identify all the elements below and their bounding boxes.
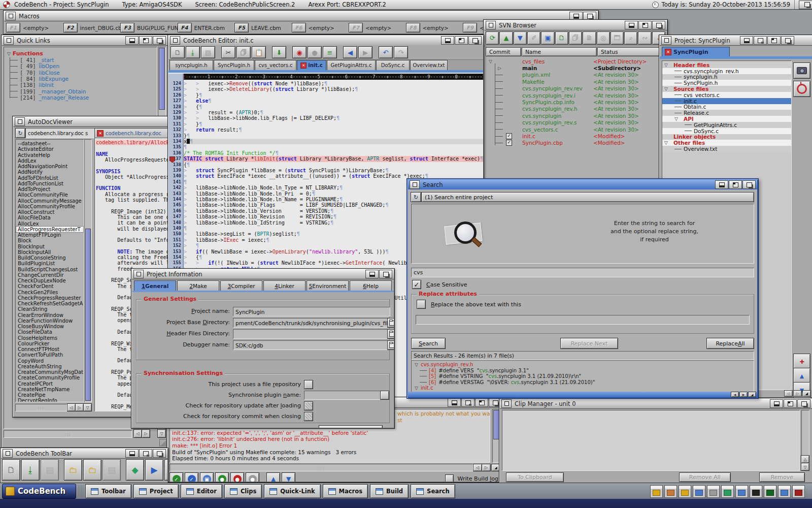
- close-gadget[interactable]: [6, 12, 16, 20]
- autodoc-list-item[interactable]: AllocLex: [16, 221, 83, 227]
- dock-screens-icon[interactable]: [778, 485, 791, 498]
- quicklinks-titlebar[interactable]: Quick Links: [2, 36, 167, 46]
- snapshot-gadget[interactable]: [461, 398, 475, 407]
- code-line[interactable]: ¶: [184, 144, 483, 150]
- horizontal-scrollbar[interactable]: :::: [4, 430, 132, 438]
- clip-vscrollbar[interactable]: [801, 410, 809, 456]
- search-button[interactable]: Search: [411, 338, 446, 349]
- scroll-icon[interactable]: ▽: [801, 463, 809, 471]
- autodoc-list-item[interactable]: AllocCommunityFile: [16, 192, 83, 198]
- autodoc-list-item[interactable]: CloseBusyWindow: [16, 324, 83, 329]
- scrollbar-thumb[interactable]: [85, 229, 91, 401]
- case-sensitive-checkbox[interactable]: ✓: [412, 280, 421, 289]
- tree-category[interactable]: ▽API: [662, 116, 791, 122]
- quicklink-item[interactable]: [ 49]libOpen: [10, 63, 59, 69]
- code-line[interactable]: {¶: [184, 162, 483, 168]
- svn-info-icon[interactable]: ◎: [597, 31, 610, 45]
- svn-row[interactable]: ▷main<Subdirectory>: [486, 65, 665, 71]
- expander-open-icon[interactable]: ▽: [489, 59, 492, 64]
- project-titlebar[interactable]: Project: SyncPlugin: [660, 36, 812, 46]
- autodoc-list-item[interactable]: CreatePipe: [16, 392, 83, 398]
- autodoc-list-item[interactable]: CheckDupLexNode: [16, 278, 83, 283]
- code-line[interactable]: > > libBase->libNode.lib_Flags |= LIBF_D…: [184, 115, 483, 121]
- macro-slot-F3[interactable]: F3BUG(PLUG_FUN: [120, 23, 178, 33]
- tab-5 Environment[interactable]: 5 Environment: [307, 280, 349, 291]
- code-line[interactable]: STATIC struct Library *libInit(struct Li…: [184, 156, 483, 162]
- svn-row[interactable]: cvs.syncplugin_rev.s<At revision 30>: [486, 119, 665, 126]
- editor-insert-text-icon[interactable]: ⬇: [272, 46, 286, 58]
- tree-category[interactable]: ▽Header files: [662, 62, 791, 68]
- code-line[interactable]: x¶: [184, 139, 483, 144]
- expander-open-icon[interactable]: ▽: [664, 86, 668, 91]
- depth-gadget[interactable]: [379, 270, 392, 278]
- autodoc-list-item[interactable]: ActivateEditor: [16, 146, 83, 152]
- zoom-gadget[interactable]: [638, 21, 652, 29]
- autodoc-scroll-icon[interactable]: ▷: [75, 403, 84, 411]
- svn-row[interactable]: cvs.syncplugin_rev.h<At revision 30>: [486, 106, 665, 112]
- autodoc-list-item[interactable]: DecryptRegInfo: [16, 398, 83, 402]
- editor-paste-icon[interactable]: 📋: [252, 46, 266, 58]
- code-line[interactable]: > else¶: [184, 98, 483, 104]
- code-line[interactable]: > return result;¶: [184, 127, 483, 133]
- dock-search-off-icon[interactable]: [707, 485, 720, 498]
- resize-gadget[interactable]: ◢: [748, 392, 756, 397]
- autodoc-list-item[interactable]: CloseFileData: [16, 329, 83, 335]
- close-tab-icon[interactable]: ✕: [665, 49, 671, 55]
- editor-stop-macro-icon[interactable]: ●: [308, 46, 322, 58]
- svn-patch-icon[interactable]: 🗎: [583, 31, 596, 45]
- svn-row[interactable]: cvs.syncplugin_rev.i<At revision 30>: [486, 92, 665, 99]
- tree-file[interactable]: GetPluginAttrs.c: [662, 122, 791, 128]
- clip-list[interactable]: [502, 410, 800, 471]
- write-log-checkbox[interactable]: [445, 474, 454, 482]
- field-header-directory[interactable]: [233, 329, 390, 339]
- clip-titlebar[interactable]: Clip Manager - unit 0: [500, 399, 812, 409]
- autodoc-list-item[interactable]: AddLex: [16, 158, 83, 164]
- build-hscrollbar[interactable]: :::: [170, 464, 473, 471]
- macro-slot-F8[interactable]: F8<empty>: [406, 23, 449, 33]
- zoom-gadget[interactable]: [139, 36, 152, 45]
- autodoc-list-item[interactable]: BlockInput: [16, 244, 83, 249]
- resize-gadget[interactable]: ◢: [802, 390, 811, 397]
- screen-depth-gadget[interactable]: [799, 1, 812, 9]
- dock-calculator-icon[interactable]: [721, 485, 734, 498]
- snapshot-gadget[interactable]: [139, 449, 152, 458]
- zoom-gadget[interactable]: [455, 36, 468, 45]
- iconify-gadget[interactable]: [715, 180, 728, 189]
- tab-1 General[interactable]: 1 General: [134, 280, 176, 291]
- close-gadget[interactable]: [133, 270, 144, 278]
- svn-row[interactable]: ✓init.c<Modified>: [486, 133, 665, 139]
- editor-open-file-icon[interactable]: ⭳: [186, 46, 200, 58]
- dock-button-build[interactable]: Build: [370, 484, 409, 498]
- tree-file[interactable]: cvs_vectors.c: [662, 92, 791, 98]
- editor-tab-SyncPlugin.h[interactable]: SyncPlugin.h: [214, 60, 254, 70]
- zoom-gadget[interactable]: [767, 36, 781, 45]
- svn-titlebar[interactable]: SVN Browser: [484, 20, 667, 30]
- autodoc-list-item[interactable]: AllocFileData: [16, 215, 83, 220]
- expander-open-icon[interactable]: ▽: [415, 362, 418, 367]
- autodoc-list-item[interactable]: AddToProject: [16, 186, 83, 192]
- iconify-gadget[interactable]: [770, 399, 783, 408]
- cbtb-save-project-icon[interactable]: ▤: [103, 459, 121, 481]
- dock-bug-tool-icon[interactable]: [750, 485, 762, 498]
- sync-checkbox[interactable]: [304, 380, 313, 389]
- project-snapshot-button[interactable]: [793, 62, 810, 79]
- project-debug-button[interactable]: [793, 81, 810, 97]
- close-gadget[interactable]: [3, 449, 13, 458]
- expander-open-icon[interactable]: ▽: [664, 62, 668, 68]
- code-line[interactable]: > {¶: [184, 104, 483, 110]
- svn-update-down-icon[interactable]: ▼: [514, 31, 527, 45]
- editor-tab-init.c[interactable]: ✕init.c: [297, 60, 326, 70]
- svn-row[interactable]: cvs_vectors.c<At revision 30>: [486, 126, 665, 133]
- code-line[interactable]: > > iexec->DeleteLibrary((struct Library…: [184, 86, 483, 92]
- quicklink-item[interactable]: [ 41]_start: [10, 57, 54, 63]
- depth-gadget[interactable]: [153, 36, 166, 45]
- expander-open-icon[interactable]: ▽: [664, 140, 668, 145]
- expander-open-icon[interactable]: ▽: [674, 116, 678, 121]
- tree-category[interactable]: ▽Other files: [662, 140, 791, 146]
- fkey-button[interactable]: F1: [6, 23, 20, 33]
- depth-gadget[interactable]: [652, 21, 665, 29]
- resize-gadget[interactable]: [159, 439, 167, 447]
- tree-file[interactable]: Release.c: [662, 110, 791, 116]
- macro-slot-F1[interactable]: F1<empty>: [6, 23, 49, 33]
- folder-picker-button[interactable]: [387, 329, 394, 339]
